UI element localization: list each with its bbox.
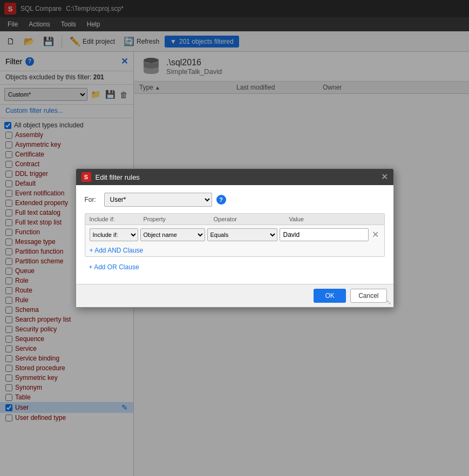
row-clear-button[interactable]: ✕ [371,230,380,239]
add-or-clause-button[interactable]: + Add OR Clause [85,262,385,276]
property-select[interactable]: Object name Schema Owner [140,228,205,241]
modal-body: For: User* ? Include if: Property Operat… [76,185,393,284]
add-and-clause-button[interactable]: + Add AND Clause [85,244,384,256]
modal-titlebar: S Edit filter rules ✕ [76,169,393,185]
edit-filter-modal: S Edit filter rules ✕ For: User* ? Inclu… [76,168,394,308]
for-label: For: [85,196,100,203]
ok-button[interactable]: OK [314,289,346,303]
modal-footer: OK Cancel [76,284,393,307]
include-select[interactable]: Include if: Exclude if: [90,228,138,241]
col-include-header: Include if: [90,216,144,222]
rules-table-header: Include if: Property Operator Value [85,214,384,225]
modal-logo: S [81,172,91,182]
rules-table: Include if: Property Operator Value Incl… [85,213,385,257]
modal-title: Edit filter rules [96,173,377,181]
modal-close-button[interactable]: ✕ [381,173,388,181]
value-input[interactable] [280,228,369,241]
operator-select[interactable]: Equals Contains Starts with Ends with Re… [207,228,277,241]
for-row: For: User* ? [85,193,385,207]
for-select[interactable]: User* [104,193,212,207]
col-operator-header: Operator [214,216,289,222]
modal-help-icon[interactable]: ? [216,195,226,205]
col-property-header: Property [144,216,214,222]
resize-handle[interactable]: ⤡ [386,298,391,306]
cancel-button[interactable]: Cancel [350,289,386,303]
modal-overlay: S Edit filter rules ✕ For: User* ? Inclu… [0,0,469,476]
col-value-header: Value [289,216,380,222]
rule-row: Include if: Exclude if: Object name Sche… [85,225,384,244]
